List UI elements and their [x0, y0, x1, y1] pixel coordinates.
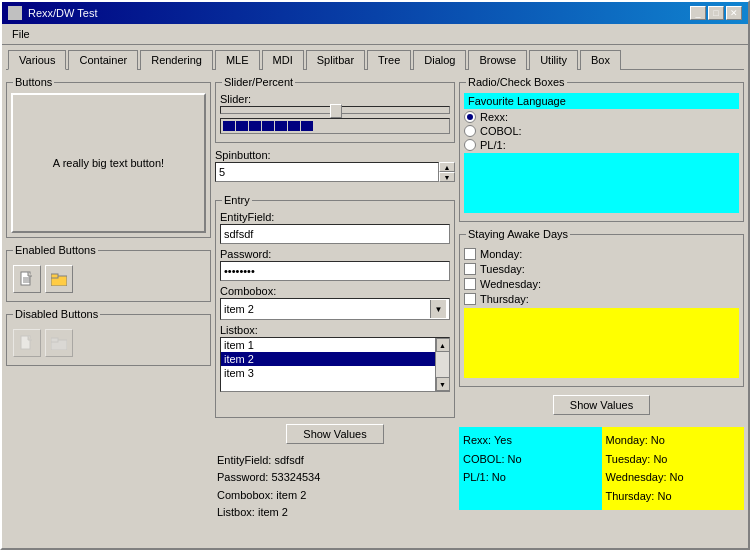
combobox-label: Combobox:: [220, 285, 450, 297]
title-bar: Rexx/DW Test _ □ ✕: [2, 2, 748, 24]
tab-utility[interactable]: Utility: [529, 50, 578, 70]
folder-icon: [51, 272, 67, 286]
checkbox-wednesday[interactable]: Wednesday:: [464, 278, 739, 290]
spinbutton-input[interactable]: [215, 162, 439, 182]
tab-bar: Various Container Rendering MLE MDI Spli…: [2, 45, 748, 69]
checkbox-monday-label: Monday:: [480, 248, 522, 260]
disabled-folder-icon: [51, 336, 67, 350]
entity-label: EntityField:: [220, 211, 450, 223]
checkbox-monday-box[interactable]: [464, 248, 476, 260]
tab-container[interactable]: Container: [68, 50, 138, 70]
combobox[interactable]: item 2 ▼: [220, 298, 450, 320]
radio-cobol-circle: [464, 125, 476, 137]
show-values-button-right[interactable]: Show Values: [553, 395, 650, 415]
listbox-item-2[interactable]: item 2: [221, 352, 435, 366]
checkbox-thursday-box[interactable]: [464, 293, 476, 305]
result-wednesday: Wednesday: No: [606, 468, 741, 487]
radio-check-group: Radio/Check Boxes Favourite Language Rex…: [459, 82, 744, 222]
maximize-button[interactable]: □: [708, 6, 724, 20]
spinbutton-container: Spinbutton: ▲ ▼: [215, 149, 455, 186]
result-left-panel: Rexx: Yes COBOL: No PL/1: No: [459, 427, 602, 510]
spinbutton: ▲ ▼: [215, 162, 455, 182]
radio-pl1-label: PL/1:: [480, 139, 506, 151]
spin-down-button[interactable]: ▼: [439, 172, 455, 182]
spin-buttons: ▲ ▼: [439, 162, 455, 182]
slider-group: Slider/Percent Slider:: [215, 82, 455, 143]
minimize-button[interactable]: _: [690, 6, 706, 20]
spin-up-button[interactable]: ▲: [439, 162, 455, 172]
window-title: Rexx/DW Test: [28, 7, 97, 19]
radio-rexx-label: Rexx:: [480, 111, 508, 123]
tab-dialog[interactable]: Dialog: [413, 50, 466, 70]
title-controls: _ □ ✕: [690, 6, 742, 20]
tab-browse[interactable]: Browse: [468, 50, 527, 70]
listbox[interactable]: item 1 item 2 item 3 ▲ ▼: [220, 337, 450, 392]
main-window: Rexx/DW Test _ □ ✕ File Various Containe…: [0, 0, 750, 550]
disabled-buttons-title: Disabled Buttons: [13, 308, 100, 320]
scroll-down-button[interactable]: ▼: [436, 377, 450, 391]
spinbutton-label: Spinbutton:: [215, 149, 455, 161]
radio-pl1[interactable]: PL/1:: [464, 139, 739, 151]
radio-cobol[interactable]: COBOL:: [464, 125, 739, 137]
progress-bar: [220, 118, 450, 134]
disabled-doc-icon: [20, 335, 34, 351]
listbox-item-3[interactable]: item 3: [221, 366, 435, 380]
checkbox-wednesday-label: Wednesday:: [480, 278, 541, 290]
panel-right: Radio/Check Boxes Favourite Language Rex…: [459, 74, 744, 524]
summary-combobox: Combobox: item 2: [217, 487, 453, 505]
checkbox-tuesday-label: Tuesday:: [480, 263, 525, 275]
checkbox-tuesday-box[interactable]: [464, 263, 476, 275]
panel-left: Buttons A really big text button! Enable…: [6, 74, 211, 524]
fav-language-header: Favourite Language: [464, 93, 739, 109]
result-rexx: Rexx: Yes: [463, 431, 598, 450]
radio-pl1-circle: [464, 139, 476, 151]
disabled-doc-button: [13, 329, 41, 357]
summary-entity: EntityField: sdfsdf: [217, 452, 453, 470]
result-cobol: COBOL: No: [463, 450, 598, 469]
close-button[interactable]: ✕: [726, 6, 742, 20]
tab-box[interactable]: Box: [580, 50, 621, 70]
checkbox-tuesday[interactable]: Tuesday:: [464, 263, 739, 275]
main-content: Buttons A really big text button! Enable…: [2, 70, 748, 528]
summary-section: EntityField: sdfsdf Password: 53324534 C…: [215, 450, 455, 524]
checkbox-thursday[interactable]: Thursday:: [464, 293, 739, 305]
show-values-button[interactable]: Show Values: [286, 424, 383, 444]
enabled-doc-button[interactable]: [13, 265, 41, 293]
menu-bar: File: [2, 24, 748, 45]
entity-field[interactable]: [220, 224, 450, 244]
radio-rexx-dot: [467, 114, 473, 120]
tab-rendering[interactable]: Rendering: [140, 50, 213, 70]
tab-splitbar[interactable]: Splitbar: [306, 50, 365, 70]
result-row: Rexx: Yes COBOL: No PL/1: No Monday: No …: [459, 427, 744, 510]
checkbox-wednesday-box[interactable]: [464, 278, 476, 290]
password-label: Password:: [220, 248, 450, 260]
combobox-arrow[interactable]: ▼: [430, 300, 446, 318]
tab-tree[interactable]: Tree: [367, 50, 411, 70]
enabled-folder-button[interactable]: [45, 265, 73, 293]
radio-rexx-circle: [464, 111, 476, 123]
summary-password: Password: 53324534: [217, 469, 453, 487]
staying-awake-title: Staying Awake Days: [466, 228, 570, 240]
doc-icon: [20, 271, 34, 287]
radio-rexx[interactable]: Rexx:: [464, 111, 739, 123]
slider-group-title: Slider/Percent: [222, 76, 295, 88]
app-icon: [8, 6, 22, 20]
svg-rect-5: [51, 274, 58, 278]
entry-group-title: Entry: [222, 194, 252, 206]
result-thursday: Thursday: No: [606, 487, 741, 506]
title-bar-left: Rexx/DW Test: [8, 6, 97, 20]
checkbox-monday[interactable]: Monday:: [464, 248, 739, 260]
big-text-button[interactable]: A really big text button!: [11, 93, 206, 233]
file-menu[interactable]: File: [6, 26, 36, 42]
checkbox-thursday-label: Thursday:: [480, 293, 529, 305]
summary-listbox: Listbox: item 2: [217, 504, 453, 522]
tab-mdi[interactable]: MDI: [262, 50, 304, 70]
enabled-buttons-title: Enabled Buttons: [13, 244, 98, 256]
entry-group: Entry EntityField: Password: Combobox: i…: [215, 200, 455, 418]
tab-mle[interactable]: MLE: [215, 50, 260, 70]
scroll-up-button[interactable]: ▲: [436, 338, 450, 352]
password-field[interactable]: [220, 261, 450, 281]
listbox-item-1[interactable]: item 1: [221, 338, 435, 352]
tab-various[interactable]: Various: [8, 50, 66, 70]
radio-options: Rexx: COBOL: PL/1:: [464, 111, 739, 151]
